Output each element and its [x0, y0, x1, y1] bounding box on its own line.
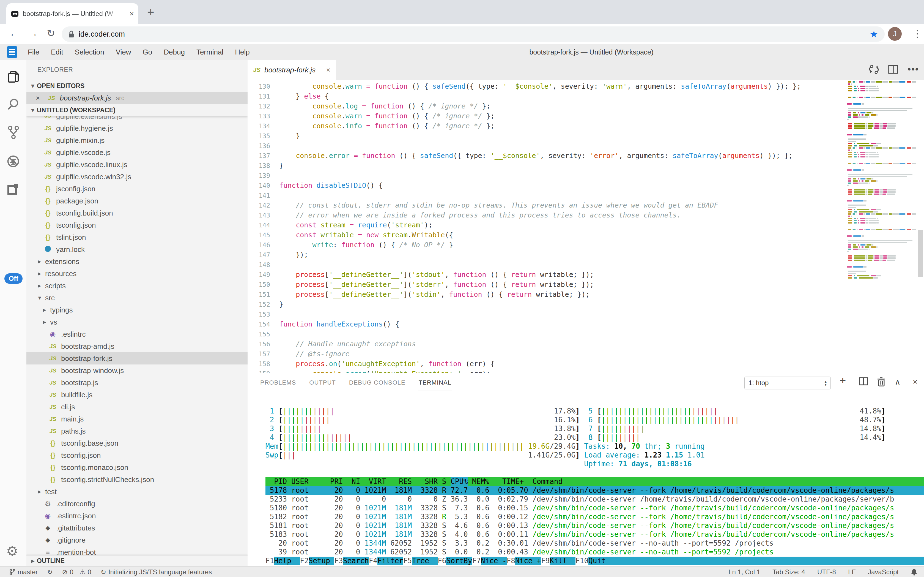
code-line: 131 } else {	[247, 91, 924, 101]
tree-item-cli.js[interactable]: JScli.js	[26, 401, 247, 413]
source-control-icon[interactable]	[6, 126, 20, 139]
minimap[interactable]	[847, 81, 916, 279]
tree-item-test[interactable]: ▸test	[26, 486, 247, 498]
back-icon[interactable]: ←	[10, 27, 19, 39]
sync-item[interactable]: ↻	[47, 568, 53, 576]
tree-item-resources[interactable]: ▸resources	[26, 268, 247, 280]
tree-item-main.js[interactable]: JSmain.js	[26, 413, 247, 425]
menu-file[interactable]: File	[22, 48, 45, 56]
tree-item-gulpfile.vscode.win32.js[interactable]: JSgulpfile.vscode.win32.js	[26, 171, 247, 183]
extensions-icon[interactable]	[6, 182, 20, 195]
status-javascript[interactable]: JavaScript	[868, 568, 899, 576]
tree-item-tsconfig.json[interactable]: {}tsconfig.json	[26, 449, 247, 461]
tree-item-typings[interactable]: ▸typings	[26, 304, 247, 316]
menu-terminal[interactable]: Terminal	[191, 48, 229, 56]
tree-item-gulpfile.mixin.js[interactable]: JSgulpfile.mixin.js	[26, 134, 247, 147]
close-panel-icon[interactable]: ×	[913, 377, 918, 387]
tree-item-yarn.lock[interactable]: yarn.lock	[26, 243, 247, 255]
tree-item-bootstrap-window.js[interactable]: JSbootstrap-window.js	[26, 364, 247, 377]
language-status-item[interactable]: ↻ Initializing JS/TS language features	[101, 568, 212, 576]
code-editor[interactable]: 130 console.warn = function () { safeSen…	[247, 80, 924, 373]
tree-item-tsconfig.base.json[interactable]: {}tsconfig.base.json	[26, 437, 247, 449]
menu-edit[interactable]: Edit	[45, 48, 69, 56]
editor-scrollbar[interactable]	[918, 230, 923, 277]
menu-view[interactable]: View	[110, 48, 137, 56]
tree-item-paths.js[interactable]: JSpaths.js	[26, 425, 247, 437]
panel-tab-debug-console[interactable]: DEBUG CONSOLE	[349, 375, 406, 391]
tree-item-.eslintrc[interactable]: ◉.eslintrc	[26, 328, 247, 340]
tree-item-gulpfile.vscode.linux.js[interactable]: JSgulpfile.vscode.linux.js	[26, 159, 247, 171]
workspace-header[interactable]: ▾ UNTITLED (WORKSPACE)	[26, 104, 247, 116]
menu-selection[interactable]: Selection	[69, 48, 110, 56]
panel-tab-terminal[interactable]: TERMINAL	[418, 375, 452, 391]
tree-item-tsconfig.monaco.json[interactable]: {}tsconfig.monaco.json	[26, 461, 247, 474]
bell-icon[interactable]	[911, 569, 918, 575]
code-line: 147 });	[247, 250, 924, 260]
tree-item-label: jsconfig.json	[56, 185, 95, 193]
tree-item-vs[interactable]: ▸vs	[26, 316, 247, 328]
tree-item-bootstrap-amd.js[interactable]: JSbootstrap-amd.js	[26, 340, 247, 352]
tree-item-tsconfig.json[interactable]: {}tsconfig.json	[26, 219, 247, 231]
close-icon[interactable]: ×	[36, 94, 40, 102]
more-actions-icon[interactable]: •••	[908, 64, 919, 74]
search-icon[interactable]	[6, 97, 20, 111]
open-editor-item[interactable]: × JS bootstrap-fork.js src	[26, 92, 247, 104]
tree-item-extensions[interactable]: ▸extensions	[26, 255, 247, 268]
tree-item-bootstrap-fork.js[interactable]: JSbootstrap-fork.js	[26, 352, 247, 364]
panel-tab-problems[interactable]: PROBLEMS	[260, 375, 297, 391]
reload-icon[interactable]: ↻	[47, 27, 55, 39]
maximize-panel-icon[interactable]: ∧	[895, 377, 901, 387]
status-lf[interactable]: LF	[848, 568, 856, 576]
tree-item-gulpfile.vscode.js[interactable]: JSgulpfile.vscode.js	[26, 147, 247, 159]
panel-tab-output[interactable]: OUTPUT	[309, 375, 336, 391]
terminal[interactable]: 1 [|||||||||||| 17.8%] 5 [||||||||||||||…	[265, 406, 924, 566]
tree-item-package.json[interactable]: {}package.json	[26, 195, 247, 207]
browser-menu-icon[interactable]: ⋮	[913, 28, 922, 39]
menu-debug[interactable]: Debug	[158, 48, 191, 56]
menu-go[interactable]: Go	[137, 48, 158, 56]
tree-item-.gitignore[interactable]: ◆.gitignore	[26, 534, 247, 546]
tree-item-bootstrap.js[interactable]: JSbootstrap.js	[26, 377, 247, 389]
open-editors-header[interactable]: ▾ OPEN EDITORS	[26, 80, 247, 92]
tree-item-tsconfig.strictNullChecks.json[interactable]: {}tsconfig.strictNullChecks.json	[26, 474, 247, 486]
app-logo-icon[interactable]	[7, 46, 17, 58]
problems-item[interactable]: ⊘0 ⚠0	[62, 568, 91, 576]
git-branch-item[interactable]: master	[10, 568, 38, 576]
close-icon[interactable]: ×	[326, 66, 330, 74]
address-bar[interactable]: ide.coder.com ★	[62, 26, 885, 42]
tree-item-src[interactable]: ▾src	[26, 292, 247, 304]
tree-item-.mention-bot[interactable]: ≡.mention-bot	[26, 546, 247, 556]
new-terminal-icon[interactable]: +	[840, 374, 846, 387]
editor-tab-active[interactable]: JS bootstrap-fork.js ×	[247, 60, 336, 80]
explorer-icon[interactable]	[6, 71, 20, 84]
status-utf-8[interactable]: UTF-8	[817, 568, 836, 576]
tree-item-gulpfile.hygiene.js[interactable]: JSgulpfile.hygiene.js	[26, 122, 247, 134]
debug-disabled-icon[interactable]	[6, 155, 20, 168]
new-tab-button[interactable]: +	[147, 6, 154, 18]
terminal-select[interactable]: 1: htop ▴▾	[744, 377, 831, 389]
outline-section[interactable]: ▸ OUTLINE	[26, 555, 247, 566]
open-changes-icon[interactable]	[869, 64, 879, 74]
tab-close-icon[interactable]: ×	[130, 10, 134, 18]
status-tab-size-4[interactable]: Tab Size: 4	[773, 568, 805, 576]
settings-gear-icon[interactable]: ⚙	[6, 543, 18, 559]
browser-avatar[interactable]: J	[888, 27, 902, 41]
bookmark-star-icon[interactable]: ★	[870, 29, 878, 40]
status-ln-1-col-1[interactable]: Ln 1, Col 1	[728, 568, 760, 576]
tree-item-.gitattributes[interactable]: ◆.gitattributes	[26, 522, 247, 534]
tree-item-scripts[interactable]: ▸scripts	[26, 280, 247, 292]
split-editor-icon[interactable]	[888, 65, 898, 74]
tree-item-tsconfig.build.json[interactable]: {}tsconfig.build.json	[26, 207, 247, 219]
tree-item-tslint.json[interactable]: {}tslint.json	[26, 231, 247, 243]
kill-terminal-icon[interactable]	[877, 377, 886, 387]
browser-tab[interactable]: bootstrap-fork.js — Untitled (W ×	[6, 3, 138, 24]
tree-item-jsconfig.json[interactable]: {}jsconfig.json	[26, 183, 247, 195]
forward-icon[interactable]: →	[28, 27, 38, 39]
split-terminal-icon[interactable]	[859, 377, 868, 385]
tree-item-.editorconfig[interactable]: ⚙.editorconfig	[26, 498, 247, 510]
tree-item-.eslintrc.json[interactable]: ◉.eslintrc.json	[26, 510, 247, 522]
tree-item-buildfile.js[interactable]: JSbuildfile.js	[26, 389, 247, 401]
menu-help[interactable]: Help	[229, 48, 255, 56]
tree-item-gulpfile.extensions.js[interactable]: JSgulpfile.extensions.js	[26, 116, 247, 122]
collaboration-off-badge[interactable]: Off	[5, 273, 22, 284]
